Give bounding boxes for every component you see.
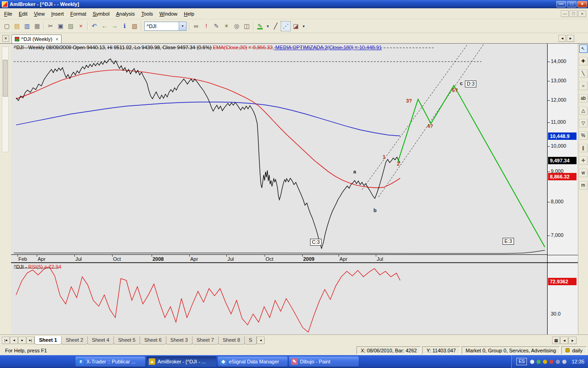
circle-icon[interactable]: ○ [579, 82, 588, 90]
crosshair-icon[interactable]: ✚ [579, 57, 588, 65]
new-icon[interactable]: ▢ [2, 21, 12, 31]
back-icon[interactable]: ← [99, 21, 109, 31]
sheet-scroll-left-button[interactable]: ◂ [257, 337, 265, 344]
wizard-icon[interactable]: ✶ [221, 21, 232, 31]
language-indicator[interactable]: ES [516, 358, 527, 365]
sheet-nav-button-2[interactable]: ▸ [18, 337, 26, 344]
y-tick [548, 100, 550, 101]
sheet-tab-3[interactable]: Sheet 4 [87, 336, 114, 345]
mdi-close-button[interactable]: × [578, 11, 586, 17]
highlight-dropdown-icon[interactable]: ▾ [265, 21, 271, 31]
chart-tab[interactable]: ^DJI (Weekly) × [11, 34, 62, 43]
sheet-tab-6[interactable]: Sheet 3 [166, 336, 192, 345]
sheet-tab-stub[interactable]: S [244, 336, 257, 345]
menu-edit[interactable]: Edit [16, 10, 31, 18]
tray-icon-2[interactable] [537, 360, 541, 364]
y-tick [548, 172, 550, 172]
save-icon[interactable]: ▥ [22, 21, 32, 31]
tray-icon-4[interactable] [549, 360, 554, 364]
open-icon[interactable]: ▤ [12, 21, 22, 31]
sheet-tab-5[interactable]: Sheet 6 [140, 336, 166, 345]
sheet-tab-8[interactable]: Sheet 8 [218, 336, 245, 345]
forward-icon[interactable]: → [109, 21, 119, 31]
panes-grid-button[interactable]: ▦ [552, 337, 560, 344]
menu-format[interactable]: Format [67, 10, 90, 18]
hscroll-right-button[interactable]: ▸ [569, 337, 577, 344]
parameters-icon[interactable]: ▧ [130, 21, 140, 31]
menu-symbol[interactable]: Symbol [90, 10, 113, 18]
tray-icon-5[interactable] [556, 360, 560, 364]
mdi-minimize-button[interactable]: — [561, 11, 569, 17]
taskbar-button-3[interactable]: ◆eSignal Data Manager [218, 356, 288, 367]
info-icon[interactable]: ℹ [119, 21, 130, 31]
sheet-tab-7[interactable]: Sheet 7 [192, 336, 219, 345]
text-tool-icon[interactable]: ab [579, 94, 588, 103]
copy-icon[interactable]: ▣ [56, 21, 66, 31]
dotted-select-icon[interactable]: ⋰ [281, 21, 291, 31]
taskbar-button-1[interactable]: eX-Trader :: Publicar ... [75, 356, 145, 367]
rsi-pane[interactable]: ^DJI - RSI(5) = 72.94 [11, 262, 547, 334]
taskbar-button-2[interactable]: ▲AmiBroker - [^DJI - ... [147, 356, 216, 367]
x-axis-label: Oct [266, 256, 273, 262]
exclaim-icon[interactable]: ! [201, 21, 211, 31]
tab-scroll-left-button[interactable]: ◂ [559, 35, 566, 42]
title-bar: AmiBroker - [^DJI - - Weekly] — □ × [0, 0, 588, 8]
undo-icon[interactable]: ↶ [89, 21, 99, 31]
menu-window[interactable]: Window [156, 10, 181, 18]
new-window-icon[interactable]: ◫ [242, 21, 252, 31]
cut-icon[interactable]: ✂ [45, 21, 56, 31]
print-icon[interactable]: ▦ [32, 21, 42, 31]
sheet-tab-1[interactable]: Sheet 1 [34, 336, 62, 345]
mdi-restore-button[interactable]: □ [570, 11, 577, 17]
menu-insert[interactable]: Insert [48, 10, 67, 18]
menu-help[interactable]: Help [181, 10, 198, 18]
channel-icon[interactable]: ∥ [579, 144, 588, 152]
menu-analysis[interactable]: Analysis [113, 10, 138, 18]
tray-icon-6[interactable] [562, 360, 566, 364]
tool-dropdown-icon[interactable]: ▾ [301, 21, 306, 31]
minimize-button[interactable]: — [556, 1, 566, 7]
sheet-nav-button-0[interactable]: |◂ [2, 337, 10, 344]
line-tool-icon[interactable]: ╱ [271, 21, 281, 31]
pointer-icon[interactable]: ↖ [579, 45, 588, 53]
close-button[interactable]: × [577, 1, 587, 7]
highlight-icon[interactable]: ✎ [255, 21, 265, 31]
triangle-up-icon[interactable]: △ [579, 107, 588, 115]
menu-view[interactable]: View [31, 10, 48, 18]
menu-file[interactable]: File [1, 10, 16, 18]
chart-title-ema: EMA(Close,30) = 8,866.32, [213, 45, 274, 50]
delete-icon[interactable]: × [76, 21, 86, 31]
tab-scroll-right-button[interactable]: ▸ [567, 35, 574, 42]
sheet-tab-4[interactable]: Sheet 5 [113, 336, 140, 345]
maximize-button[interactable]: □ [567, 1, 577, 7]
hscroll-left-button[interactable]: ◂ [560, 337, 568, 344]
wave-box-D-3: D:3 [465, 80, 476, 87]
wave-w-icon[interactable]: w [579, 169, 588, 177]
symbol-combobox[interactable]: ^DJI▾ [144, 22, 187, 31]
left-scrollbar-thumb[interactable] [3, 60, 8, 97]
percent-icon[interactable]: % [579, 132, 588, 140]
price-pane[interactable]: ^DJI - Weekly 08/09/2009 Open 9440.13, H… [11, 44, 547, 254]
tray-icon-3[interactable] [543, 360, 547, 364]
pane-close-button[interactable]: × [2, 35, 9, 42]
edit-formula-icon[interactable]: ✎ [211, 21, 221, 31]
menu-tools[interactable]: Tools [138, 10, 156, 18]
analysis-icon[interactable]: ∞ [191, 21, 201, 31]
hand-icon[interactable]: ✛ [579, 156, 588, 165]
status-interval-panel[interactable]: daily [561, 346, 587, 354]
chevron-down-icon[interactable]: ▾ [179, 22, 186, 30]
left-scrollbar[interactable] [2, 46, 9, 152]
trendline-icon[interactable]: ╲ [579, 69, 588, 78]
tab-close-icon[interactable]: × [56, 37, 58, 42]
wave-m-icon[interactable]: m [579, 181, 588, 190]
tray-icon-1[interactable] [530, 360, 534, 364]
sheet-nav-button-3[interactable]: ▸| [27, 337, 34, 344]
sheet-tab-2[interactable]: Sheet 2 [61, 336, 88, 345]
taskbar-button-4[interactable]: ✎Dibujo - Paint [289, 356, 359, 367]
triangle-down-icon[interactable]: ▽ [579, 119, 588, 127]
taskbar-button-icon: ✎ [291, 358, 298, 365]
sheet-nav-button-1[interactable]: ◂ [10, 337, 18, 344]
paste-icon[interactable]: ▨ [66, 21, 76, 31]
eraser-icon[interactable]: ◪ [291, 21, 301, 31]
explore-icon[interactable]: ◎ [232, 21, 242, 31]
